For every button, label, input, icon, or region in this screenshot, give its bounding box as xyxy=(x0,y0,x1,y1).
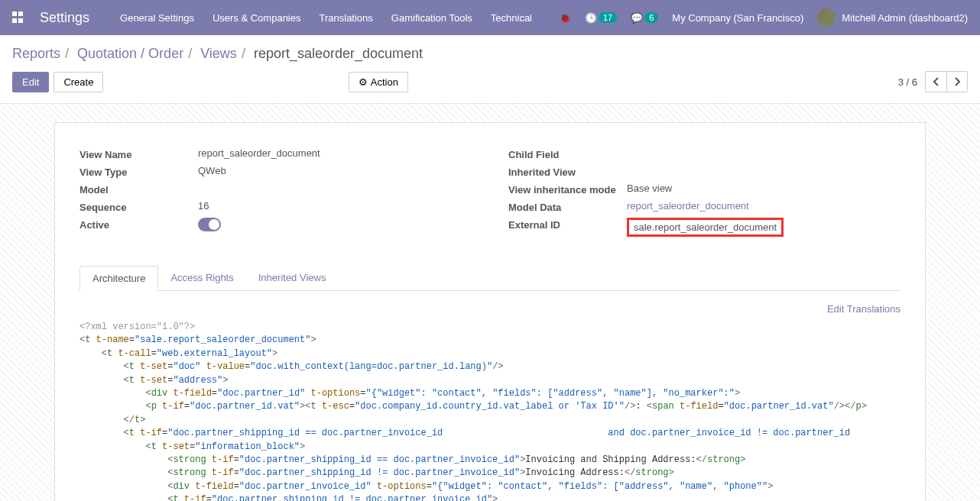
crumb-quotation-order[interactable]: Quotation / Order xyxy=(77,46,183,61)
label-view-name: View Name xyxy=(80,147,198,160)
crumb-reports[interactable]: Reports xyxy=(12,46,60,61)
nav-gamification[interactable]: Gamification Tools xyxy=(391,12,472,24)
label-view-type: View Type xyxy=(80,165,198,178)
label-child-field: Child Field xyxy=(508,147,627,160)
activity-count: 17 xyxy=(599,12,617,23)
label-model-data: Model Data xyxy=(508,200,627,213)
edit-button[interactable]: Edit xyxy=(12,72,49,92)
gear-icon: ⚙ xyxy=(359,76,368,88)
label-inherited-view: Inherited View xyxy=(508,165,627,178)
company-switcher[interactable]: My Company (San Francisco) xyxy=(672,12,803,24)
value-sequence: 16 xyxy=(198,200,472,212)
activity-icon[interactable]: 🕒17 xyxy=(585,12,617,24)
top-navbar: Settings General Settings Users & Compan… xyxy=(0,0,980,35)
pager-prev[interactable] xyxy=(925,71,946,92)
crumb-views[interactable]: Views xyxy=(200,46,237,61)
architecture-code: <?xml version="1.0"?> <t t-name="sale.re… xyxy=(80,321,900,501)
tab-content: Edit Translations <?xml version="1.0"?> … xyxy=(80,291,900,501)
nav-general-settings[interactable]: General Settings xyxy=(120,12,194,24)
label-sequence: Sequence xyxy=(80,200,198,213)
nav-menu: General Settings Users & Companies Trans… xyxy=(120,12,559,24)
active-toggle[interactable] xyxy=(198,218,221,231)
pager: 3 / 6 xyxy=(898,71,968,92)
form-left-col: View Namereport_saleorder_document View … xyxy=(80,147,472,241)
edit-translations-link[interactable]: Edit Translations xyxy=(80,303,900,315)
breadcrumb: Reports/ Quotation / Order/ Views/ repor… xyxy=(0,35,980,66)
value-model-data[interactable]: report_saleorder_document xyxy=(627,200,900,212)
tab-inherited-views[interactable]: Inherited Views xyxy=(246,266,339,290)
label-active: Active xyxy=(80,218,198,231)
label-model: Model xyxy=(80,183,198,196)
value-inheritance-mode: Base view xyxy=(627,183,900,194)
label-external-id: External ID xyxy=(508,218,627,231)
pager-next[interactable] xyxy=(946,71,968,92)
value-view-name: report_saleorder_document xyxy=(198,147,472,159)
value-external-id: sale.report_saleorder_document xyxy=(627,218,784,237)
nav-translations[interactable]: Translations xyxy=(320,12,373,24)
action-button[interactable]: ⚙Action xyxy=(349,72,408,92)
apps-icon[interactable] xyxy=(12,11,24,24)
user-menu[interactable]: Mitchell Admin (dashboard2) xyxy=(817,8,968,27)
nav-technical[interactable]: Technical xyxy=(491,12,532,24)
messages-icon[interactable]: 💬6 xyxy=(631,12,658,24)
tab-architecture[interactable]: Architecture xyxy=(80,266,158,291)
label-inheritance-mode: View inheritance mode xyxy=(508,183,627,196)
tab-bar: Architecture Access Rights Inherited Vie… xyxy=(80,266,900,291)
value-view-type: QWeb xyxy=(198,165,472,176)
form-sheet: View Namereport_saleorder_document View … xyxy=(54,122,926,501)
topbar-right: 🐞 🕒17 💬6 My Company (San Francisco) Mitc… xyxy=(559,8,968,27)
brand-title[interactable]: Settings xyxy=(40,10,89,26)
create-button[interactable]: Create xyxy=(54,72,103,92)
form-right-col: Child Field Inherited View View inherita… xyxy=(508,147,900,241)
form-background: View Namereport_saleorder_document View … xyxy=(0,104,980,501)
control-panel: Edit Create ⚙Action 3 / 6 xyxy=(0,66,980,104)
nav-users-companies[interactable]: Users & Companies xyxy=(213,12,301,24)
bug-icon[interactable]: 🐞 xyxy=(559,12,571,24)
user-name: Mitchell Admin (dashboard2) xyxy=(842,12,968,24)
messages-count: 6 xyxy=(644,12,658,23)
avatar xyxy=(817,8,836,27)
crumb-current: report_saleorder_document xyxy=(254,46,423,61)
pager-text[interactable]: 3 / 6 xyxy=(898,76,917,88)
tab-access-rights[interactable]: Access Rights xyxy=(158,266,245,290)
